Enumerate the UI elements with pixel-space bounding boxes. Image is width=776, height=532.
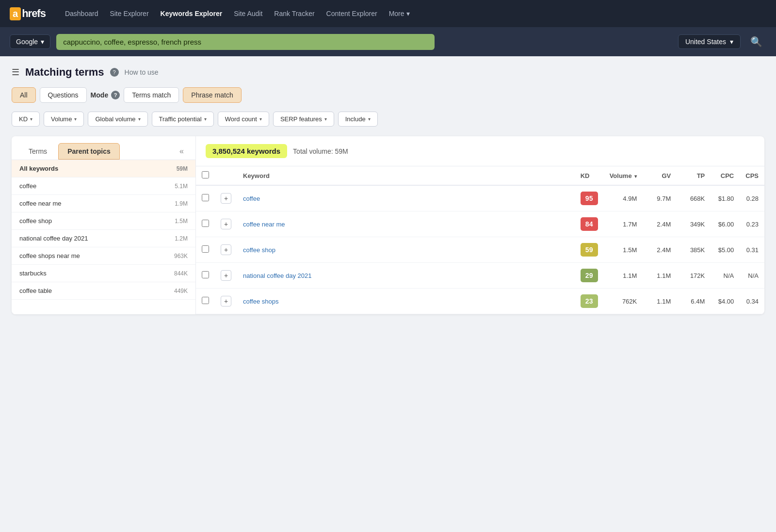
filter-include[interactable]: Include ▾ [338, 112, 378, 127]
nav-rank-tracker[interactable]: Rank Tracker [274, 10, 314, 17]
row-checkbox-cell [196, 185, 215, 211]
table-row: + coffee shop 59 1.5M 2.4M 385K $5.00 0.… [196, 237, 764, 263]
nav-content-explorer[interactable]: Content Explorer [326, 10, 377, 17]
sidebar-tab-parent-topics[interactable]: Parent topics [58, 143, 120, 160]
sidebar-list: All keywords 59M coffee 5.1M coffee near… [12, 160, 195, 300]
th-kd[interactable]: KD [575, 166, 604, 185]
keyword-link[interactable]: coffee [243, 195, 260, 202]
search-button[interactable]: 🔍 [746, 34, 766, 49]
sidebar-item-coffee-shops-near-me[interactable]: coffee shops near me 963K [12, 247, 195, 265]
row-keyword-cell: coffee shop [237, 237, 575, 263]
keywords-table: Keyword KD Volume ▾ GV TP CPC CPS [196, 166, 764, 314]
chevron-down-icon: ▾ [138, 116, 141, 122]
select-all-checkbox[interactable] [202, 171, 209, 178]
search-bar: Google ▾ United States ▾ 🔍 [0, 27, 776, 56]
add-keyword-button[interactable]: + [221, 244, 231, 255]
sidebar-item-coffee-table[interactable]: coffee table 449K [12, 282, 195, 300]
chevron-down-icon: ▾ [204, 116, 207, 122]
filter-serp-features[interactable]: SERP features ▾ [273, 112, 334, 127]
kd-badge: 84 [581, 217, 598, 231]
table-row: + coffee 95 4.9M 9.7M 668K $1.80 0.28 [196, 185, 764, 211]
row-keyword-cell: national coffee day 2021 [237, 263, 575, 289]
table-header-row: Keyword KD Volume ▾ GV TP CPC CPS [196, 166, 764, 185]
row-kd-cell: 59 [575, 237, 604, 263]
add-keyword-button[interactable]: + [221, 270, 231, 281]
row-add-cell: + [215, 185, 237, 211]
how-to-use-link[interactable]: How to use [125, 68, 159, 76]
th-tp[interactable]: TP [677, 166, 711, 185]
row-kd-cell: 95 [575, 185, 604, 211]
main-nav: ahrefs Dashboard Site Explorer Keywords … [0, 0, 776, 27]
row-volume-cell: 1.7M [604, 211, 643, 237]
filter-volume[interactable]: Volume ▾ [44, 112, 84, 127]
keyword-link[interactable]: coffee shop [243, 246, 275, 254]
row-gv-cell: 9.7M [643, 185, 677, 211]
help-icon[interactable]: ? [110, 68, 119, 77]
menu-icon[interactable]: ☰ [12, 67, 19, 78]
row-volume-cell: 1.1M [604, 263, 643, 289]
nav-dashboard[interactable]: Dashboard [65, 10, 98, 17]
nav-keywords-explorer[interactable]: Keywords Explorer [161, 10, 223, 17]
row-cpc-cell: N/A [711, 263, 740, 289]
engine-select[interactable]: Google ▾ [10, 34, 50, 49]
filter-traffic-potential[interactable]: Traffic potential ▾ [152, 112, 214, 127]
th-checkbox [196, 166, 215, 185]
filter-kd[interactable]: KD ▾ [12, 112, 40, 127]
th-cpc[interactable]: CPC [711, 166, 740, 185]
logo[interactable]: ahrefs [10, 7, 46, 20]
sidebar-item-coffee-near-me[interactable]: coffee near me 1.9M [12, 195, 195, 212]
row-kd-cell: 84 [575, 211, 604, 237]
add-keyword-button[interactable]: + [221, 219, 231, 229]
row-checkbox[interactable] [202, 297, 209, 304]
row-tp-cell: 172K [677, 263, 711, 289]
row-checkbox[interactable] [202, 194, 209, 201]
sidebar-item-coffee-shop[interactable]: coffee shop 1.5M [12, 212, 195, 230]
sidebar-collapse-button[interactable]: « [176, 145, 188, 158]
row-add-cell: + [215, 263, 237, 289]
filter-word-count[interactable]: Word count ▾ [218, 112, 269, 127]
add-keyword-button[interactable]: + [221, 296, 231, 306]
row-gv-cell: 1.1M [643, 289, 677, 314]
th-volume[interactable]: Volume ▾ [604, 166, 643, 185]
tab-questions[interactable]: Questions [40, 87, 87, 103]
sidebar-item-all-keywords[interactable]: All keywords 59M [12, 160, 195, 177]
sidebar-tab-terms[interactable]: Terms [19, 143, 56, 160]
nav-site-explorer[interactable]: Site Explorer [110, 10, 148, 17]
row-gv-cell: 2.4M [643, 211, 677, 237]
nav-site-audit[interactable]: Site Audit [234, 10, 262, 17]
row-tp-cell: 668K [677, 185, 711, 211]
row-checkbox[interactable] [202, 271, 209, 278]
nav-more[interactable]: More ▾ [389, 10, 410, 17]
tab-terms-match[interactable]: Terms match [124, 87, 179, 103]
th-gv[interactable]: GV [643, 166, 677, 185]
row-checkbox[interactable] [202, 245, 209, 253]
tab-all[interactable]: All [12, 87, 36, 103]
keywords-count-badge: 3,850,524 keywords [206, 144, 287, 158]
logo-a: a [10, 7, 21, 20]
search-input[interactable] [56, 34, 435, 50]
chevron-down-icon: ▾ [30, 116, 32, 122]
logo-text: hrefs [22, 7, 46, 20]
row-kd-cell: 29 [575, 263, 604, 289]
sidebar-item-national-coffee-day[interactable]: national coffee day 2021 1.2M [12, 230, 195, 247]
th-keyword[interactable]: Keyword [237, 166, 575, 185]
row-cpc-cell: $5.00 [711, 237, 740, 263]
sidebar-item-starbucks[interactable]: starbucks 844K [12, 265, 195, 282]
mode-tabs: All Questions Mode ? Terms match Phrase … [12, 87, 764, 103]
sidebar-item-coffee[interactable]: coffee 5.1M [12, 177, 195, 195]
row-gv-cell: 2.4M [643, 237, 677, 263]
chevron-down-icon: ▾ [324, 116, 327, 122]
keyword-link[interactable]: coffee shops [243, 298, 278, 305]
table-summary: 3,850,524 keywords Total volume: 59M [196, 136, 764, 166]
th-cps[interactable]: CPS [740, 166, 764, 185]
mode-help-icon[interactable]: ? [111, 91, 120, 99]
add-keyword-button[interactable]: + [221, 193, 231, 204]
country-select[interactable]: United States ▾ [678, 34, 741, 49]
sidebar: Terms Parent topics « All keywords 59M c… [12, 136, 196, 314]
filter-global-volume[interactable]: Global volume ▾ [88, 112, 147, 127]
tab-phrase-match[interactable]: Phrase match [183, 87, 241, 103]
sidebar-tabs: Terms Parent topics « [12, 136, 195, 160]
row-checkbox[interactable] [202, 220, 209, 227]
keyword-link[interactable]: coffee near me [243, 221, 285, 228]
keyword-link[interactable]: national coffee day 2021 [243, 272, 311, 279]
